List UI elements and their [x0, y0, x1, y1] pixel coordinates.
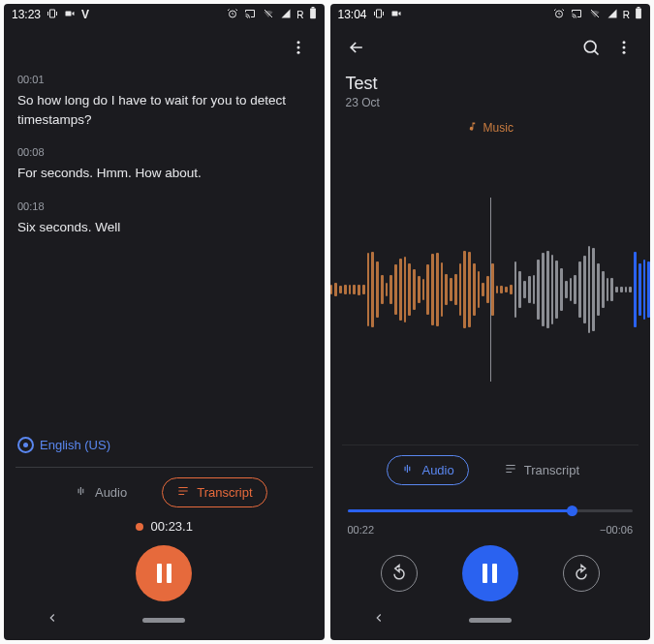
music-tag: Music: [330, 121, 651, 135]
music-note-icon: [467, 121, 478, 135]
recording-date: 23 Oct: [346, 96, 636, 109]
svg-rect-7: [391, 11, 397, 15]
svg-point-4: [296, 41, 299, 44]
transcript-tab-label: Transcript: [524, 463, 579, 477]
language-label: English (US): [40, 438, 110, 452]
transcript-tab[interactable]: Transcript: [490, 456, 593, 484]
wifi-off-icon: [588, 8, 602, 22]
recording-dot-icon: [136, 523, 143, 531]
waveform-icon: [401, 462, 415, 478]
remaining-time: −00:06: [600, 524, 633, 536]
home-nav-button[interactable]: [142, 618, 185, 623]
svg-point-12: [623, 41, 626, 44]
seek-thumb[interactable]: [567, 506, 577, 516]
recording-time: 00:23.1: [151, 519, 193, 534]
segment-text: Six seconds. Well: [17, 218, 311, 237]
nav-bar: [330, 605, 651, 634]
battery-icon: [309, 7, 317, 22]
status-time: 13:04: [338, 8, 367, 21]
svg-point-5: [296, 46, 299, 49]
transcript-tab-label: Transcript: [197, 485, 252, 500]
phone-right: 13:04 R: [330, 4, 651, 640]
svg-rect-0: [66, 11, 72, 15]
segment-text: So how long do I have to wait for you to…: [17, 91, 311, 129]
v-badge-icon: V: [81, 8, 89, 21]
roaming-label: R: [623, 10, 630, 20]
battery-icon: [635, 7, 642, 22]
alarm-icon: [553, 8, 565, 22]
home-nav-button[interactable]: [469, 618, 512, 623]
svg-point-14: [623, 51, 626, 54]
segment-timestamp: 00:01: [17, 74, 311, 85]
audio-tab-label: Audio: [95, 485, 127, 500]
status-bar: 13:23 V R: [4, 4, 325, 25]
forward-button[interactable]: [563, 555, 600, 592]
svg-rect-3: [311, 7, 314, 8]
status-time: 13:23: [12, 8, 41, 21]
back-button[interactable]: [340, 31, 373, 64]
cast-icon: [570, 8, 583, 22]
transcript-list: 00:01 So how long do I have to wait for …: [4, 70, 325, 433]
camera-icon: [390, 8, 402, 22]
music-label: Music: [483, 121, 514, 135]
status-bar: 13:04 R: [330, 4, 651, 25]
pause-icon: [157, 564, 171, 583]
vibrate-icon: [47, 8, 58, 22]
more-menu-button[interactable]: [607, 31, 640, 64]
audio-tab[interactable]: Audio: [61, 478, 140, 506]
svg-point-6: [296, 51, 299, 54]
roaming-label: R: [296, 10, 303, 20]
transcript-icon: [176, 484, 190, 501]
pause-recording-button[interactable]: [136, 545, 192, 601]
mode-toggle: Audio Transcript: [330, 455, 651, 485]
recording-header: Test 23 Oct: [330, 70, 651, 113]
transcript-segment[interactable]: 00:01 So how long do I have to wait for …: [17, 74, 311, 129]
search-button[interactable]: [575, 31, 607, 64]
svg-rect-10: [638, 7, 640, 8]
pause-icon: [483, 564, 497, 583]
audio-tab[interactable]: Audio: [387, 455, 468, 485]
svg-rect-2: [310, 8, 316, 18]
seek-fill: [348, 509, 574, 512]
waveform: [330, 202, 651, 377]
waveform-icon: [75, 484, 88, 501]
segment-text: For seconds. Hmm. How about.: [17, 164, 311, 183]
signal-icon: [607, 8, 618, 22]
cast-icon: [243, 8, 257, 22]
audio-tab-label: Audio: [421, 463, 453, 477]
waveform-area[interactable]: [330, 135, 651, 445]
radio-selected-icon: [17, 437, 34, 453]
svg-rect-9: [636, 8, 641, 18]
controls-panel: Audio Transcript 00:23.1: [4, 468, 325, 640]
segment-timestamp: 00:08: [17, 146, 311, 158]
mode-toggle: Audio Transcript: [4, 477, 325, 507]
vibrate-icon: [373, 8, 385, 22]
transcript-segment[interactable]: 00:18 Six seconds. Well: [17, 200, 311, 237]
elapsed-time: 00:22: [348, 524, 375, 536]
transcript-tab[interactable]: Transcript: [162, 477, 266, 507]
back-nav-button[interactable]: [46, 611, 59, 629]
svg-point-11: [584, 41, 596, 52]
seek-bar[interactable]: [348, 499, 634, 524]
transcript-segment[interactable]: 00:08 For seconds. Hmm. How about.: [17, 146, 311, 183]
svg-point-13: [623, 46, 626, 49]
phone-left: 13:23 V R: [4, 4, 325, 640]
play-pause-button[interactable]: [462, 545, 518, 601]
nav-bar: [4, 605, 325, 634]
language-selector[interactable]: English (US): [4, 433, 325, 459]
rewind-button[interactable]: [381, 555, 418, 592]
alarm-icon: [227, 8, 238, 22]
app-bar: [4, 25, 325, 70]
controls-panel: Audio Transcript 00:22 −00:06: [330, 445, 651, 640]
wifi-off-icon: [262, 8, 275, 22]
more-menu-button[interactable]: [282, 31, 315, 64]
time-labels: 00:22 −00:06: [330, 524, 651, 545]
back-nav-button[interactable]: [372, 611, 386, 629]
camera-icon: [64, 8, 76, 22]
recording-time-row: 00:23.1: [4, 519, 325, 534]
recording-title[interactable]: Test: [346, 74, 636, 94]
segment-timestamp: 00:18: [17, 200, 311, 212]
app-bar: [330, 25, 651, 70]
signal-icon: [280, 8, 292, 22]
transcript-icon: [504, 462, 517, 478]
